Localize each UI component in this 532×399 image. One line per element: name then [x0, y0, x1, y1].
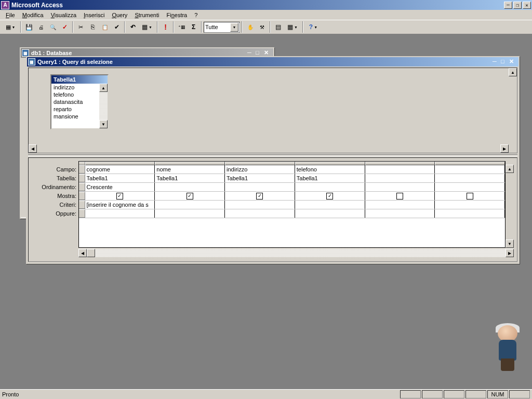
menu-inserisci[interactable]: Inserisci [80, 11, 108, 19]
grid-cell[interactable]: Tabella1 [225, 174, 295, 182]
grid-cell[interactable] [295, 209, 365, 218]
pane-hscrollbar[interactable]: ◀ ▶ [29, 144, 517, 153]
show-checkbox[interactable]: ✓ [187, 193, 193, 200]
scroll-up-icon[interactable]: ▲ [506, 165, 514, 173]
restore-button[interactable]: ❐ [513, 2, 522, 9]
format-painter-button[interactable] [111, 21, 123, 33]
grid-cell[interactable] [155, 209, 225, 218]
table-diagram-pane[interactable]: Tabella1 indirizzotelefonodatanascitarep… [28, 68, 517, 153]
show-table-button[interactable] [176, 21, 188, 33]
database-window-button[interactable] [272, 21, 284, 33]
column-header[interactable] [225, 162, 295, 165]
grid-cell[interactable]: ✓ [85, 192, 155, 200]
chevron-down-icon[interactable]: ▼ [230, 23, 238, 32]
undo-button[interactable] [127, 21, 139, 33]
grid-cell[interactable]: Tabella1 [85, 174, 155, 182]
row-selector[interactable] [79, 165, 85, 174]
grid-cell[interactable]: indirizzo [225, 165, 295, 174]
scroll-up-icon[interactable]: ▲ [99, 84, 108, 92]
properties-button[interactable] [244, 21, 256, 33]
grid-cell[interactable]: Tabella1 [295, 174, 365, 182]
grid-cell[interactable] [365, 192, 435, 200]
grid-cell[interactable] [435, 209, 505, 218]
pane-vscrollbar[interactable]: ▲ [509, 68, 517, 144]
grid-cell[interactable] [295, 183, 365, 191]
scroll-left-icon[interactable]: ◀ [29, 144, 37, 153]
query1-window[interactable]: ▦ Query1 : Query di selezione ─ □ ✕ Tabe… [26, 56, 520, 264]
new-object-button[interactable]: ▼ [284, 21, 301, 33]
grid-hscrollbar[interactable]: ◀ ▶ [78, 249, 514, 257]
scroll-left-icon[interactable]: ◀ [78, 249, 87, 257]
column-header[interactable] [85, 162, 155, 165]
show-checkbox[interactable]: ✓ [116, 193, 123, 200]
field-list[interactable]: indirizzotelefonodatanascitarepartomansi… [51, 84, 108, 128]
grid-cell[interactable] [365, 209, 435, 218]
row-selector[interactable] [79, 192, 85, 200]
help-button[interactable]: ▼ [305, 21, 322, 33]
run-button[interactable] [159, 21, 171, 33]
grid-cell[interactable] [365, 165, 435, 174]
scroll-right-icon[interactable]: ▶ [506, 249, 514, 257]
field-list-scrollbar[interactable]: ▲ ▼ [99, 84, 108, 128]
row-selector[interactable] [79, 183, 85, 191]
design-grid[interactable]: cognomenomeindirizzotelefonoTabella1Tabe… [78, 161, 506, 248]
top-values-combo[interactable]: Tutte ▼ [204, 22, 240, 33]
show-checkbox[interactable]: ✓ [256, 193, 263, 200]
row-selector[interactable] [79, 209, 85, 218]
show-checkbox[interactable] [467, 193, 473, 200]
menu-modifica[interactable]: Modifica [19, 11, 47, 19]
query1-minimize-button[interactable]: ─ [493, 58, 501, 65]
menu-visualizza[interactable]: Visualizza [47, 11, 80, 19]
print-preview-button[interactable] [47, 21, 59, 33]
grid-cell[interactable] [435, 174, 505, 182]
grid-cell[interactable] [225, 201, 295, 209]
grid-cell[interactable] [225, 209, 295, 218]
grid-cell[interactable]: telefono [295, 165, 365, 174]
minimize-button[interactable]: ─ [504, 2, 512, 9]
grid-cell[interactable] [155, 183, 225, 191]
scroll-down-icon[interactable]: ▼ [506, 240, 514, 248]
query1-close-button[interactable]: ✕ [509, 58, 517, 65]
save-button[interactable] [23, 21, 35, 33]
view-button[interactable]: ▦▼ [2, 21, 19, 33]
db1-minimize-button[interactable]: ─ [247, 49, 256, 57]
close-button[interactable]: ✕ [523, 2, 531, 9]
paste-button[interactable] [99, 21, 111, 33]
grid-cell[interactable] [365, 174, 435, 182]
grid-cell[interactable] [365, 183, 435, 191]
grid-cell[interactable]: nome [155, 165, 225, 174]
grid-cell[interactable] [85, 209, 155, 218]
db1-close-button[interactable]: ✕ [264, 49, 272, 57]
scroll-right-icon[interactable]: ▶ [500, 144, 509, 153]
scroll-track[interactable] [95, 249, 506, 257]
totals-button[interactable] [188, 21, 200, 33]
copy-button[interactable] [87, 21, 99, 33]
grid-cell[interactable]: ✓ [225, 192, 295, 200]
grid-cell[interactable]: [inserire il cognome da s [85, 201, 155, 209]
grid-cell[interactable] [225, 183, 295, 191]
grid-cell[interactable]: cognome [85, 165, 155, 174]
row-selector[interactable] [79, 174, 85, 182]
print-button[interactable] [35, 21, 47, 33]
scroll-thumb[interactable] [87, 249, 95, 257]
office-assistant[interactable] [489, 323, 526, 375]
scroll-track[interactable] [99, 92, 108, 120]
cut-button[interactable] [75, 21, 87, 33]
db1-maximize-button[interactable]: □ [256, 49, 264, 57]
grid-cell[interactable] [295, 201, 365, 209]
grid-cell[interactable] [365, 201, 435, 209]
grid-cell[interactable]: ✓ [155, 192, 225, 200]
grid-cell[interactable] [435, 165, 505, 174]
grid-cell[interactable] [435, 192, 505, 200]
grid-cell[interactable]: Crescente [85, 183, 155, 191]
query1-titlebar[interactable]: ▦ Query1 : Query di selezione ─ □ ✕ [27, 57, 518, 66]
show-checkbox[interactable] [396, 193, 403, 200]
query1-maximize-button[interactable]: □ [501, 58, 509, 65]
scroll-down-icon[interactable]: ▼ [99, 120, 108, 128]
pane-splitter[interactable] [28, 154, 517, 156]
column-header[interactable] [365, 162, 435, 165]
table-fieldlist-tabella1[interactable]: Tabella1 indirizzotelefonodatanascitarep… [50, 74, 109, 129]
grid-cell[interactable] [435, 183, 505, 191]
row-selector[interactable] [79, 201, 85, 209]
menu-finestra[interactable]: Finestra [163, 11, 191, 19]
